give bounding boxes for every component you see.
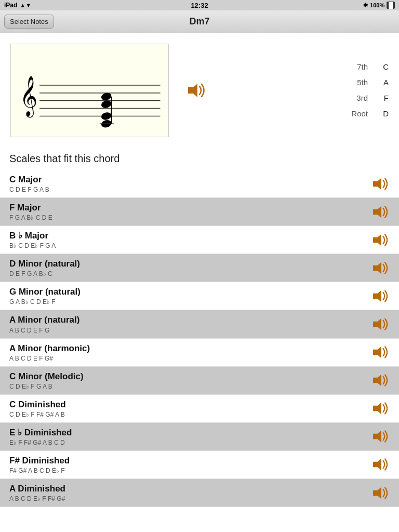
svg-marker-22 xyxy=(373,431,381,443)
scale-info: A DiminishedA B C D E♭ F F# G# xyxy=(9,483,370,502)
note-label-3rd: 3rd xyxy=(356,90,368,106)
scales-header: Scales that fit this chord xyxy=(0,142,399,170)
nav-bar: Select Notes Dm7 xyxy=(0,10,399,33)
scale-info: F# DiminishedF# G# A B C D E♭ F xyxy=(9,455,370,474)
staff-notation: 𝄞 xyxy=(10,44,169,137)
scale-name: F# Diminished xyxy=(9,455,370,467)
scale-name: A Minor (harmonic) xyxy=(9,343,370,354)
scale-item: C Minor (Melodic)C D E♭ F G A B xyxy=(0,367,399,395)
bluetooth-icon: ✱ xyxy=(363,2,368,9)
device-label: iPad xyxy=(4,2,17,9)
battery-icon: █ xyxy=(387,2,395,9)
scale-name: C Minor (Melodic) xyxy=(9,371,370,382)
scale-info: D Minor (natural)D E F G A B♭ C xyxy=(9,258,370,277)
note-value-5th: A xyxy=(378,75,389,90)
note-row-5th: 5th A xyxy=(351,75,389,90)
scale-info: C Minor (Melodic)C D E♭ F G A B xyxy=(9,371,370,390)
scale-notes: D E F G A B♭ C xyxy=(9,270,370,277)
scale-item: B ♭ MajorB♭ C D E♭ F G A xyxy=(0,226,399,254)
svg-marker-17 xyxy=(373,290,381,302)
svg-marker-12 xyxy=(188,84,197,97)
scale-item: E ♭ DiminishedE♭ F F# G# A B C D xyxy=(0,423,399,451)
svg-marker-13 xyxy=(373,178,381,190)
scale-name: D Minor (natural) xyxy=(9,258,370,270)
scale-name: F Major xyxy=(9,202,370,214)
scale-info: F MajorF G A B♭ C D E xyxy=(9,202,370,221)
status-time: 12:32 xyxy=(191,2,208,9)
scale-info: E ♭ DiminishedE♭ F F# G# A B C D xyxy=(9,427,370,446)
scale-sound-button[interactable] xyxy=(370,427,393,446)
note-row-3rd: 3rd F xyxy=(351,90,389,106)
chord-display: 𝄞 xyxy=(0,38,399,142)
scale-name: G Minor (natural) xyxy=(9,286,370,298)
scale-info: G Minor (natural)G A B♭ C D E♭ F xyxy=(9,286,370,305)
svg-marker-20 xyxy=(373,375,381,387)
svg-marker-18 xyxy=(373,318,381,330)
select-notes-button[interactable]: Select Notes xyxy=(4,15,54,29)
scale-sound-button[interactable] xyxy=(370,175,393,193)
scale-notes: A B C D E F G# xyxy=(9,355,370,362)
chord-sound-button[interactable] xyxy=(184,80,210,101)
scale-item: D Minor (natural)D E F G A B♭ C xyxy=(0,254,399,282)
scale-item: A Minor (natural)A B C D E F G xyxy=(0,310,399,338)
scale-name: C Major xyxy=(9,174,370,185)
scale-list: C MajorC D E F G A B F MajorF G A B♭ C D… xyxy=(0,170,399,507)
note-label-7th: 7th xyxy=(357,59,368,75)
note-value-7th: C xyxy=(378,59,389,75)
scale-info: A Minor (natural)A B C D E F G xyxy=(9,314,370,334)
scale-item: C MajorC D E F G A B xyxy=(0,170,399,198)
scale-sound-button[interactable] xyxy=(370,484,393,502)
scale-item: A Minor (harmonic)A B C D E F G# xyxy=(0,339,399,367)
status-left: iPad ▲▼ xyxy=(4,2,31,9)
scale-info: C MajorC D E F G A B xyxy=(9,174,370,193)
note-row-root: Root D xyxy=(351,106,389,122)
scale-notes: C D E♭ F G A B xyxy=(9,383,370,390)
scale-sound-button[interactable] xyxy=(370,399,393,418)
scale-item: G Minor (natural)G A B♭ C D E♭ F xyxy=(0,282,399,310)
battery-label: 100% xyxy=(370,2,384,8)
scale-notes: F G A B♭ C D E xyxy=(9,214,370,221)
scale-notes: F# G# A B C D E♭ F xyxy=(9,467,370,474)
scale-sound-button[interactable] xyxy=(370,371,393,390)
scale-name: A Minor (natural) xyxy=(9,314,370,326)
svg-marker-14 xyxy=(373,206,381,218)
scale-notes: E♭ F F# G# A B C D xyxy=(9,439,370,446)
scale-sound-button[interactable] xyxy=(370,343,393,362)
main-content: 𝄞 xyxy=(0,33,399,507)
scale-info: A Minor (harmonic)A B C D E F G# xyxy=(9,343,370,362)
note-value-3rd: F xyxy=(378,90,389,106)
svg-marker-21 xyxy=(373,403,381,415)
scale-item: F MajorF G A B♭ C D E xyxy=(0,198,399,226)
note-row-7th: 7th C xyxy=(351,59,389,75)
scale-sound-button[interactable] xyxy=(370,259,393,277)
scale-notes: C D E♭ F F# G# A B xyxy=(9,411,370,418)
scale-sound-button[interactable] xyxy=(370,203,393,221)
scale-notes: A B C D E F G xyxy=(9,327,370,334)
scale-info: B ♭ MajorB♭ C D E♭ F G A xyxy=(9,230,370,249)
svg-point-8 xyxy=(100,111,112,121)
scale-notes: C D E F G A B xyxy=(9,186,370,193)
scale-notes: B♭ C D E♭ F G A xyxy=(9,242,370,249)
scale-name: C Diminished xyxy=(9,399,370,410)
note-value-root: D xyxy=(378,106,389,122)
scale-name: A Diminished xyxy=(9,483,370,495)
scale-sound-button[interactable] xyxy=(370,287,393,305)
scale-sound-button[interactable] xyxy=(370,231,393,249)
scale-sound-button[interactable] xyxy=(370,455,393,474)
nav-title: Dm7 xyxy=(189,16,209,27)
wifi-icon: ▲▼ xyxy=(20,2,31,8)
scale-notes: G A B♭ C D E♭ F xyxy=(9,298,370,305)
svg-marker-15 xyxy=(373,234,381,246)
scale-info: C DiminishedC D E♭ F F# G# A B xyxy=(9,399,370,418)
svg-marker-16 xyxy=(373,262,381,274)
scale-name: E ♭ Diminished xyxy=(9,427,370,438)
status-right: ✱ 100% █ xyxy=(363,2,395,9)
svg-marker-24 xyxy=(373,487,381,499)
chord-notes: 7th C 5th A 3rd F Root D xyxy=(351,59,389,122)
scale-sound-button[interactable] xyxy=(370,315,393,334)
status-bar: iPad ▲▼ 12:32 ✱ 100% █ xyxy=(0,0,399,10)
svg-marker-19 xyxy=(373,347,381,358)
scale-item: A DiminishedA B C D E♭ F F# G# xyxy=(0,479,399,507)
scale-name: B ♭ Major xyxy=(9,230,370,242)
scale-notes: A B C D E♭ F F# G# xyxy=(9,495,370,502)
